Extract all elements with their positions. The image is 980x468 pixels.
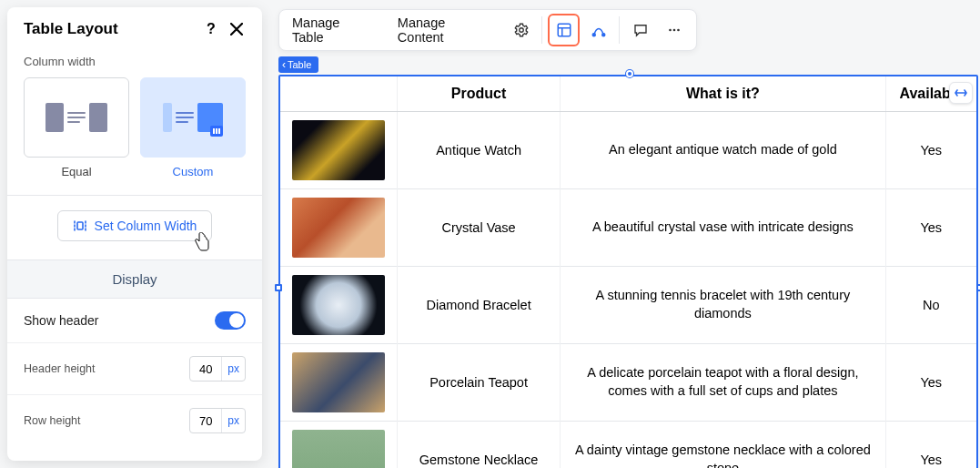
show-header-toggle[interactable] [215,311,246,330]
svg-point-1 [520,28,524,33]
width-option-custom[interactable]: Custom [140,77,246,186]
svg-point-7 [677,29,680,32]
table-component[interactable]: Product What is it? Available Antique Wa… [278,75,978,468]
svg-point-5 [669,29,672,32]
header-height-unit[interactable]: px [221,357,245,381]
panel-title: Table Layout [24,20,195,38]
component-toolbar: Manage Table Manage Content [278,9,697,51]
header-height-input-wrap: px [189,356,246,382]
data-table: Product What is it? Available Antique Wa… [280,76,976,468]
table-row: Antique WatchAn elegant antique watch ma… [280,112,976,189]
settings-icon[interactable] [507,15,537,46]
table-header-row: Product What is it? Available [280,76,976,112]
cell-image [280,422,398,469]
table-layout-panel: Table Layout ? Column width Equal Custom [7,7,262,461]
help-icon[interactable]: ? [202,20,220,38]
row-height-label: Row height [24,414,189,427]
cell-description: A stunning tennis bracelet with 19th cen… [561,267,885,344]
width-option-custom-label: Custom [173,165,214,186]
table-row: Diamond BraceletA stunning tennis bracel… [280,267,976,344]
display-section-heading: Display [7,260,262,299]
header-height-input[interactable] [190,362,221,376]
row-height-input-wrap: px [189,408,246,433]
cell-image [280,344,398,422]
table-row: Porcelain TeapotA delicate porcelain tea… [280,344,976,422]
width-option-equal[interactable]: Equal [24,77,129,186]
selection-handle-right[interactable] [976,284,980,291]
cell-description: An elegant antique watch made of gold [561,112,885,189]
cell-description: A delicate porcelain teapot with a flora… [561,344,885,422]
svg-point-3 [592,34,595,36]
cell-description: A beautiful crystal vase with intricate … [561,189,885,267]
set-column-width-label: Set Column Width [95,219,197,233]
cell-image [280,112,398,189]
table-selection-wrap: Product What is it? Available Antique Wa… [278,75,980,468]
cell-available: Yes [885,422,976,469]
set-column-width-button[interactable]: Set Column Width [57,210,213,241]
resize-handle-icon [210,126,223,137]
more-icon[interactable] [659,15,689,46]
animation-icon[interactable] [583,15,613,46]
header-height-label: Header height [24,362,189,375]
column-width-icon [73,219,87,233]
cell-product: Gemstone Necklace [398,422,561,469]
width-option-equal-label: Equal [61,165,91,186]
selection-handle-left[interactable] [275,284,282,291]
close-icon[interactable] [227,20,246,38]
cell-available: No [885,267,976,344]
selection-handle-top[interactable] [626,70,633,77]
cell-available: Yes [885,112,976,189]
svg-rect-0 [77,222,83,229]
layout-icon[interactable] [548,14,580,46]
column-width-options: Equal Custom [7,77,262,196]
col-header-image [280,76,398,112]
row-height-unit[interactable]: px [221,409,245,432]
manage-content-button[interactable]: Manage Content [385,10,505,50]
breadcrumb-label: Table [288,59,311,70]
cell-product: Diamond Bracelet [398,267,561,344]
svg-point-4 [602,34,605,36]
cell-product: Antique Watch [398,112,561,189]
panel-header: Table Layout ? [7,7,262,55]
row-height-input[interactable] [190,414,221,428]
cell-product: Crystal Vase [398,189,561,267]
header-height-row: Header height px [7,343,262,395]
svg-rect-2 [558,24,571,36]
svg-point-6 [672,29,675,32]
comment-icon[interactable] [625,15,655,46]
editor-canvas: Manage Table Manage Content Table [273,0,980,468]
cell-image [280,189,398,267]
table-row: Gemstone NecklaceA dainty vintage gemsto… [280,422,976,469]
breadcrumb-chip[interactable]: Table [278,56,318,73]
col-header-what: What is it? [561,76,885,112]
cell-available: Yes [885,189,976,267]
show-header-label: Show header [24,313,215,328]
show-header-row: Show header [7,299,262,343]
cell-available: Yes [885,344,976,422]
column-resize-handle-icon[interactable] [949,82,973,104]
col-header-available: Available [885,76,976,112]
col-header-product: Product [398,76,561,112]
manage-table-button[interactable]: Manage Table [279,10,385,50]
set-column-width-row: Set Column Width [7,196,262,260]
column-width-label: Column width [7,55,262,77]
cell-product: Porcelain Teapot [398,344,561,422]
cell-image [280,267,398,344]
cell-description: A dainty vintage gemstone necklace with … [561,422,885,469]
table-row: Crystal VaseA beautiful crystal vase wit… [280,189,976,267]
row-height-row: Row height px [7,395,262,446]
